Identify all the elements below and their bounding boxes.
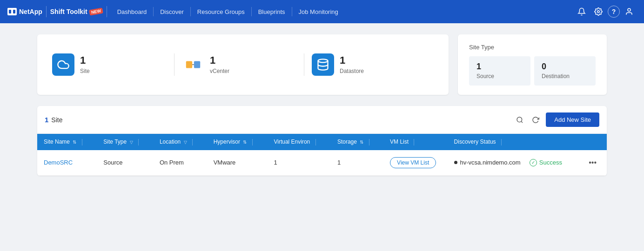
success-check-icon: ✓ — [530, 159, 537, 166]
cell-hypervisor: VMware — [207, 150, 268, 176]
col-virtual-environ: Virtual Environ — [267, 134, 330, 150]
nav-links: Dashboard Discover Resource Groups Bluep… — [111, 0, 574, 23]
cell-discovery-status: hv-vcsa.nimdemo.com ✓ Success — [448, 150, 579, 176]
discovery-status-cell: hv-vcsa.nimdemo.com ✓ Success — [454, 159, 572, 166]
col-div-7 — [414, 139, 414, 145]
svg-rect-2 — [13, 10, 15, 13]
source-label: Source — [476, 73, 494, 79]
svg-rect-5 — [186, 61, 192, 68]
source-box: 1 Source — [469, 56, 530, 86]
table-header: Site Name ⇅ Site Type ▽ Location ▽ — [37, 134, 607, 150]
sites-table: Site Name ⇅ Site Type ▽ Location ▽ — [37, 134, 607, 176]
sites-count-num: 1 — [45, 116, 48, 124]
cell-more-actions: ••• — [578, 150, 607, 176]
col-location: Location ▽ — [153, 134, 207, 150]
table-row: DemoSRC Source On Prem VMware 1 — [37, 150, 607, 176]
cell-site-name: DemoSRC — [37, 150, 97, 176]
svg-rect-6 — [194, 61, 200, 68]
nav-resource-groups[interactable]: Resource Groups — [191, 0, 251, 23]
search-button[interactable] — [514, 114, 525, 126]
col-div-8 — [501, 139, 502, 145]
notification-button[interactable] — [574, 4, 589, 19]
col-site-type: Site Type ▽ — [97, 134, 153, 150]
col-site-name: Site Name ⇅ — [37, 134, 97, 150]
svg-point-3 — [597, 11, 600, 13]
sites-header: 1 Site Add New Site — [37, 106, 607, 134]
svg-rect-1 — [9, 10, 11, 13]
nav-dashboard[interactable]: Dashboard — [111, 0, 154, 23]
gear-icon — [594, 7, 603, 16]
datastore-icon — [312, 53, 334, 76]
nav-discover[interactable]: Discover — [154, 0, 190, 23]
help-button[interactable]: ? — [608, 6, 620, 18]
nav-divider-1 — [46, 6, 47, 17]
destination-label: Destination — [542, 73, 570, 79]
vcenter-stat: 1 vCenter — [174, 53, 304, 76]
refresh-button[interactable] — [530, 114, 541, 126]
settings-button[interactable] — [591, 4, 606, 19]
col-div-1 — [82, 139, 82, 145]
site-type-title: Site Type — [469, 44, 596, 51]
vcenter-stat-info: 1 vCenter — [210, 54, 229, 75]
cell-virtual-environ: 1 — [267, 150, 330, 176]
brand-app-name: Shift Toolkit — [50, 8, 87, 15]
site-name-link[interactable]: DemoSRC — [44, 159, 73, 166]
sort-icon-site-name[interactable]: ⇅ — [73, 139, 76, 145]
destination-count: 0 — [542, 62, 588, 72]
col-vm-list: VM List — [383, 134, 447, 150]
status-success: ✓ Success — [530, 159, 562, 166]
new-badge: NEW — [89, 8, 103, 16]
col-div-2 — [138, 139, 139, 145]
cell-site-type: Source — [97, 150, 153, 176]
refresh-icon — [532, 116, 539, 124]
sites-section: 1 Site Add New Site — [37, 106, 607, 176]
site-type-card: Site Type 1 Source 0 Destination — [458, 34, 607, 95]
site-count: 1 — [80, 54, 90, 66]
col-div-4 — [252, 139, 253, 145]
nav-divider-2 — [107, 6, 107, 17]
sites-count-label: 1 Site — [45, 116, 514, 124]
netapp-brand: NetApp — [7, 8, 42, 15]
cell-storage: 1 — [331, 150, 383, 176]
datastore-count: 1 — [340, 54, 364, 66]
discovery-host: hv-vcsa.nimdemo.com — [460, 159, 521, 166]
nav-blueprints[interactable]: Blueprints — [252, 0, 292, 23]
svg-line-9 — [521, 121, 523, 123]
site-icon — [52, 53, 74, 76]
svg-point-8 — [517, 117, 522, 122]
search-icon — [516, 116, 523, 124]
sort-icon-hypervisor[interactable]: ⇅ — [243, 139, 247, 145]
sites-actions: Add New Site — [514, 112, 599, 127]
table-body: DemoSRC Source On Prem VMware 1 — [37, 150, 607, 176]
user-button[interactable] — [622, 4, 637, 19]
discovery-bullet — [454, 161, 457, 164]
col-storage: Storage ⇅ — [331, 134, 383, 150]
brand-section: Shift Toolkit NEW — [50, 8, 103, 15]
svg-point-4 — [628, 8, 631, 11]
navbar-actions: ? — [574, 4, 637, 19]
view-vm-list-button[interactable]: View VM List — [390, 157, 436, 168]
col-div-6 — [369, 139, 369, 145]
datastore-label: Datastore — [340, 68, 364, 74]
filter-icon-location[interactable]: ▽ — [184, 140, 187, 145]
nav-job-monitoring[interactable]: Job Monitoring — [292, 0, 345, 23]
col-discovery-status: Discovery Status — [448, 134, 579, 150]
sites-label: Site — [51, 116, 62, 124]
svg-point-7 — [318, 59, 328, 62]
navbar: NetApp Shift Toolkit NEW Dashboard Disco… — [0, 0, 644, 23]
stats-row: 1 Site 1 vCenter — [37, 34, 607, 95]
main-content: 1 Site 1 vCenter — [0, 23, 644, 187]
site-type-boxes: 1 Source 0 Destination — [469, 56, 596, 86]
filter-icon-site-type[interactable]: ▽ — [130, 140, 133, 145]
more-actions-button[interactable]: ••• — [585, 157, 600, 169]
cell-location: On Prem — [153, 150, 207, 176]
col-div-5 — [315, 139, 316, 145]
site-label: Site — [80, 68, 90, 74]
vcenter-icon — [182, 53, 204, 76]
netapp-logo-icon — [7, 8, 17, 15]
sort-icon-storage[interactable]: ⇅ — [360, 139, 363, 145]
add-new-site-button[interactable]: Add New Site — [546, 112, 599, 127]
stats-card: 1 Site 1 vCenter — [37, 34, 449, 95]
bell-icon — [577, 7, 586, 16]
cell-vm-list: View VM List — [383, 150, 447, 176]
